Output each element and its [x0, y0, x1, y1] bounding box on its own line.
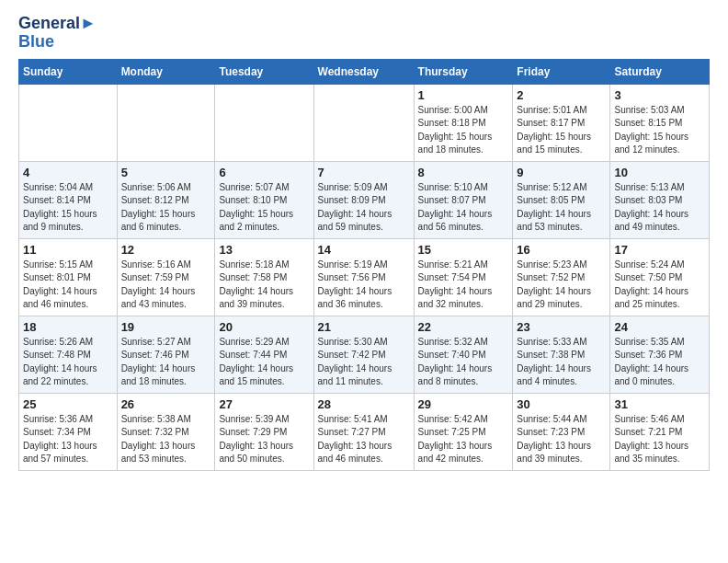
calendar-cell: 29Sunrise: 5:42 AM Sunset: 7:25 PM Dayli…	[414, 393, 513, 470]
weekday-header-friday: Friday	[513, 59, 610, 84]
day-info: Sunrise: 5:36 AM Sunset: 7:34 PM Dayligh…	[23, 413, 113, 466]
logo: General► Blue	[18, 15, 97, 52]
day-info: Sunrise: 5:39 AM Sunset: 7:29 PM Dayligh…	[219, 413, 309, 466]
day-number: 13	[219, 243, 309, 257]
calendar-cell	[117, 84, 215, 161]
calendar-cell: 30Sunrise: 5:44 AM Sunset: 7:23 PM Dayli…	[513, 393, 610, 470]
calendar-cell: 6Sunrise: 5:07 AM Sunset: 8:10 PM Daylig…	[215, 161, 313, 238]
day-number: 17	[614, 243, 705, 257]
weekday-header-saturday: Saturday	[610, 59, 710, 84]
day-info: Sunrise: 5:38 AM Sunset: 7:32 PM Dayligh…	[121, 413, 211, 466]
day-number: 14	[318, 243, 410, 257]
day-info: Sunrise: 5:00 AM Sunset: 8:18 PM Dayligh…	[418, 104, 509, 157]
calendar-cell: 22Sunrise: 5:32 AM Sunset: 7:40 PM Dayli…	[414, 316, 513, 393]
weekday-header-monday: Monday	[117, 59, 215, 84]
day-number: 10	[614, 166, 705, 179]
calendar-cell: 16Sunrise: 5:23 AM Sunset: 7:52 PM Dayli…	[513, 238, 610, 316]
day-info: Sunrise: 5:12 AM Sunset: 8:05 PM Dayligh…	[517, 181, 606, 235]
day-number: 7	[318, 166, 410, 179]
weekday-header-sunday: Sunday	[19, 59, 118, 84]
calendar-cell: 8Sunrise: 5:10 AM Sunset: 8:07 PM Daylig…	[414, 161, 513, 238]
header: General► Blue	[18, 15, 710, 52]
calendar-cell: 4Sunrise: 5:04 AM Sunset: 8:14 PM Daylig…	[19, 161, 118, 238]
calendar-cell: 9Sunrise: 5:12 AM Sunset: 8:05 PM Daylig…	[513, 161, 610, 238]
day-number: 26	[121, 397, 211, 411]
day-info: Sunrise: 5:01 AM Sunset: 8:17 PM Dayligh…	[517, 104, 606, 157]
day-info: Sunrise: 5:24 AM Sunset: 7:50 PM Dayligh…	[614, 259, 705, 312]
calendar-cell: 15Sunrise: 5:21 AM Sunset: 7:54 PM Dayli…	[414, 238, 513, 316]
logo-text-line2: Blue	[18, 33, 97, 52]
day-info: Sunrise: 5:18 AM Sunset: 7:58 PM Dayligh…	[219, 259, 309, 312]
calendar-cell: 5Sunrise: 5:06 AM Sunset: 8:12 PM Daylig…	[117, 161, 215, 238]
day-info: Sunrise: 5:10 AM Sunset: 8:07 PM Dayligh…	[418, 181, 509, 235]
week-row-3: 11Sunrise: 5:15 AM Sunset: 8:01 PM Dayli…	[19, 238, 710, 316]
day-info: Sunrise: 5:21 AM Sunset: 7:54 PM Dayligh…	[418, 259, 509, 312]
day-info: Sunrise: 5:44 AM Sunset: 7:23 PM Dayligh…	[517, 413, 606, 466]
day-info: Sunrise: 5:04 AM Sunset: 8:14 PM Dayligh…	[23, 181, 113, 235]
week-row-5: 25Sunrise: 5:36 AM Sunset: 7:34 PM Dayli…	[19, 393, 710, 470]
logo-text-line1: General►	[18, 15, 97, 33]
day-info: Sunrise: 5:23 AM Sunset: 7:52 PM Dayligh…	[517, 259, 606, 312]
week-row-1: 1Sunrise: 5:00 AM Sunset: 8:18 PM Daylig…	[19, 84, 710, 161]
day-info: Sunrise: 5:13 AM Sunset: 8:03 PM Dayligh…	[614, 181, 705, 235]
weekday-header-thursday: Thursday	[414, 59, 513, 84]
day-info: Sunrise: 5:26 AM Sunset: 7:48 PM Dayligh…	[23, 336, 113, 389]
calendar-cell: 28Sunrise: 5:41 AM Sunset: 7:27 PM Dayli…	[313, 393, 414, 470]
day-info: Sunrise: 5:30 AM Sunset: 7:42 PM Dayligh…	[318, 336, 410, 389]
day-info: Sunrise: 5:06 AM Sunset: 8:12 PM Dayligh…	[121, 181, 211, 235]
week-row-2: 4Sunrise: 5:04 AM Sunset: 8:14 PM Daylig…	[19, 161, 710, 238]
day-number: 19	[121, 320, 211, 334]
calendar-cell	[215, 84, 313, 161]
calendar-cell: 14Sunrise: 5:19 AM Sunset: 7:56 PM Dayli…	[313, 238, 414, 316]
day-number: 2	[517, 88, 606, 102]
calendar-cell: 13Sunrise: 5:18 AM Sunset: 7:58 PM Dayli…	[215, 238, 313, 316]
day-number: 5	[121, 166, 211, 179]
weekday-header-row: SundayMondayTuesdayWednesdayThursdayFrid…	[19, 59, 710, 84]
day-number: 22	[418, 320, 509, 334]
day-number: 18	[23, 320, 113, 334]
calendar-cell: 7Sunrise: 5:09 AM Sunset: 8:09 PM Daylig…	[313, 161, 414, 238]
day-info: Sunrise: 5:09 AM Sunset: 8:09 PM Dayligh…	[318, 181, 410, 235]
day-info: Sunrise: 5:29 AM Sunset: 7:44 PM Dayligh…	[219, 336, 309, 389]
day-number: 21	[318, 320, 410, 334]
calendar-cell: 10Sunrise: 5:13 AM Sunset: 8:03 PM Dayli…	[610, 161, 710, 238]
calendar-cell: 23Sunrise: 5:33 AM Sunset: 7:38 PM Dayli…	[513, 316, 610, 393]
calendar-cell: 24Sunrise: 5:35 AM Sunset: 7:36 PM Dayli…	[610, 316, 710, 393]
day-number: 3	[614, 88, 705, 102]
day-number: 9	[517, 166, 606, 179]
calendar-cell	[19, 84, 118, 161]
day-info: Sunrise: 5:27 AM Sunset: 7:46 PM Dayligh…	[121, 336, 211, 389]
calendar: SundayMondayTuesdayWednesdayThursdayFrid…	[18, 59, 710, 471]
calendar-cell: 17Sunrise: 5:24 AM Sunset: 7:50 PM Dayli…	[610, 238, 710, 316]
day-number: 4	[23, 166, 113, 179]
calendar-cell: 19Sunrise: 5:27 AM Sunset: 7:46 PM Dayli…	[117, 316, 215, 393]
calendar-cell: 1Sunrise: 5:00 AM Sunset: 8:18 PM Daylig…	[414, 84, 513, 161]
day-number: 1	[418, 88, 509, 102]
calendar-cell: 26Sunrise: 5:38 AM Sunset: 7:32 PM Dayli…	[117, 393, 215, 470]
day-info: Sunrise: 5:42 AM Sunset: 7:25 PM Dayligh…	[418, 413, 509, 466]
day-info: Sunrise: 5:19 AM Sunset: 7:56 PM Dayligh…	[318, 259, 410, 312]
day-info: Sunrise: 5:46 AM Sunset: 7:21 PM Dayligh…	[614, 413, 705, 466]
day-info: Sunrise: 5:15 AM Sunset: 8:01 PM Dayligh…	[23, 259, 113, 312]
day-number: 6	[219, 166, 309, 179]
page: General► Blue SundayMondayTuesdayWednesd…	[0, 0, 728, 486]
calendar-cell	[313, 84, 414, 161]
day-info: Sunrise: 5:35 AM Sunset: 7:36 PM Dayligh…	[614, 336, 705, 389]
day-number: 20	[219, 320, 309, 334]
day-number: 23	[517, 320, 606, 334]
week-row-4: 18Sunrise: 5:26 AM Sunset: 7:48 PM Dayli…	[19, 316, 710, 393]
day-info: Sunrise: 5:07 AM Sunset: 8:10 PM Dayligh…	[219, 181, 309, 235]
calendar-cell: 11Sunrise: 5:15 AM Sunset: 8:01 PM Dayli…	[19, 238, 118, 316]
weekday-header-tuesday: Tuesday	[215, 59, 313, 84]
day-number: 28	[318, 397, 410, 411]
day-number: 27	[219, 397, 309, 411]
day-number: 25	[23, 397, 113, 411]
day-info: Sunrise: 5:16 AM Sunset: 7:59 PM Dayligh…	[121, 259, 211, 312]
day-number: 12	[121, 243, 211, 257]
calendar-cell: 3Sunrise: 5:03 AM Sunset: 8:15 PM Daylig…	[610, 84, 710, 161]
day-number: 15	[418, 243, 509, 257]
day-info: Sunrise: 5:03 AM Sunset: 8:15 PM Dayligh…	[614, 104, 705, 157]
calendar-cell: 31Sunrise: 5:46 AM Sunset: 7:21 PM Dayli…	[610, 393, 710, 470]
day-number: 8	[418, 166, 509, 179]
day-info: Sunrise: 5:32 AM Sunset: 7:40 PM Dayligh…	[418, 336, 509, 389]
